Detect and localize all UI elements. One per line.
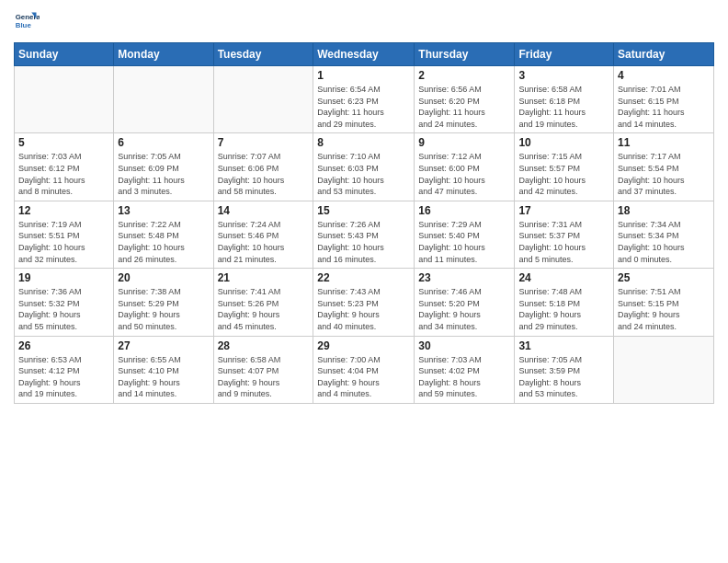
calendar-week-row: 26Sunrise: 6:53 AM Sunset: 4:12 PM Dayli…	[15, 336, 714, 403]
svg-text:Blue: Blue	[16, 21, 32, 29]
calendar-cell: 25Sunrise: 7:51 AM Sunset: 5:15 PM Dayli…	[614, 269, 714, 336]
calendar-week-row: 1Sunrise: 6:54 AM Sunset: 6:23 PM Daylig…	[15, 66, 714, 133]
calendar-cell: 27Sunrise: 6:55 AM Sunset: 4:10 PM Dayli…	[114, 336, 213, 403]
day-info: Sunrise: 7:15 AM Sunset: 5:57 PM Dayligh…	[518, 151, 609, 197]
calendar-cell: 13Sunrise: 7:22 AM Sunset: 5:48 PM Dayli…	[114, 201, 213, 268]
day-info: Sunrise: 7:51 AM Sunset: 5:15 PM Dayligh…	[618, 286, 710, 332]
day-number: 14	[218, 204, 310, 217]
day-info: Sunrise: 7:36 AM Sunset: 5:32 PM Dayligh…	[18, 286, 109, 332]
day-info: Sunrise: 7:46 AM Sunset: 5:20 PM Dayligh…	[418, 286, 510, 332]
weekday-header-tuesday: Tuesday	[213, 43, 313, 66]
day-number: 12	[18, 204, 109, 217]
day-info: Sunrise: 6:55 AM Sunset: 4:10 PM Dayligh…	[118, 354, 209, 400]
day-info: Sunrise: 6:54 AM Sunset: 6:23 PM Dayligh…	[317, 84, 410, 130]
day-number: 10	[518, 136, 609, 149]
day-number: 6	[118, 136, 209, 149]
day-number: 16	[418, 204, 510, 217]
calendar-cell: 1Sunrise: 6:54 AM Sunset: 6:23 PM Daylig…	[313, 66, 415, 133]
day-info: Sunrise: 6:56 AM Sunset: 6:20 PM Dayligh…	[418, 84, 510, 130]
day-number: 9	[418, 136, 510, 149]
calendar-cell: 30Sunrise: 7:03 AM Sunset: 4:02 PM Dayli…	[415, 336, 515, 403]
day-info: Sunrise: 7:38 AM Sunset: 5:29 PM Dayligh…	[118, 286, 209, 332]
day-number: 4	[618, 69, 710, 82]
day-info: Sunrise: 7:07 AM Sunset: 6:06 PM Dayligh…	[218, 151, 310, 197]
page: GeneralBlue SundayMondayTuesdayWednesday…	[0, 0, 728, 563]
calendar-cell: 5Sunrise: 7:03 AM Sunset: 6:12 PM Daylig…	[15, 133, 114, 201]
header: GeneralBlue	[14, 9, 714, 35]
day-info: Sunrise: 7:31 AM Sunset: 5:37 PM Dayligh…	[518, 219, 609, 265]
calendar-cell: 23Sunrise: 7:46 AM Sunset: 5:20 PM Dayli…	[415, 269, 515, 336]
day-info: Sunrise: 7:29 AM Sunset: 5:40 PM Dayligh…	[418, 219, 510, 265]
day-number: 1	[317, 69, 410, 82]
calendar-cell: 26Sunrise: 6:53 AM Sunset: 4:12 PM Dayli…	[15, 336, 114, 403]
calendar-cell: 2Sunrise: 6:56 AM Sunset: 6:20 PM Daylig…	[415, 66, 515, 133]
calendar-cell: 6Sunrise: 7:05 AM Sunset: 6:09 PM Daylig…	[114, 133, 213, 201]
calendar-cell: 29Sunrise: 7:00 AM Sunset: 4:04 PM Dayli…	[313, 336, 415, 403]
day-info: Sunrise: 7:05 AM Sunset: 3:59 PM Dayligh…	[518, 354, 609, 400]
calendar-cell: 12Sunrise: 7:19 AM Sunset: 5:51 PM Dayli…	[15, 201, 114, 268]
calendar-cell	[114, 66, 213, 133]
day-number: 20	[118, 271, 209, 284]
day-number: 18	[618, 204, 710, 217]
day-info: Sunrise: 7:12 AM Sunset: 6:00 PM Dayligh…	[418, 151, 510, 197]
calendar-cell: 4Sunrise: 7:01 AM Sunset: 6:15 PM Daylig…	[614, 66, 714, 133]
day-number: 7	[218, 136, 310, 149]
calendar-cell: 11Sunrise: 7:17 AM Sunset: 5:54 PM Dayli…	[614, 133, 714, 201]
day-info: Sunrise: 7:01 AM Sunset: 6:15 PM Dayligh…	[618, 84, 710, 130]
day-info: Sunrise: 7:03 AM Sunset: 4:02 PM Dayligh…	[418, 354, 510, 400]
calendar-cell: 7Sunrise: 7:07 AM Sunset: 6:06 PM Daylig…	[213, 133, 313, 201]
weekday-header-saturday: Saturday	[614, 43, 714, 66]
day-number: 8	[317, 136, 410, 149]
weekday-header-sunday: Sunday	[15, 43, 114, 66]
weekday-header-monday: Monday	[114, 43, 213, 66]
calendar-cell: 28Sunrise: 6:58 AM Sunset: 4:07 PM Dayli…	[213, 336, 313, 403]
calendar-cell: 9Sunrise: 7:12 AM Sunset: 6:00 PM Daylig…	[415, 133, 515, 201]
weekday-header-row: SundayMondayTuesdayWednesdayThursdayFrid…	[15, 43, 714, 66]
day-info: Sunrise: 7:19 AM Sunset: 5:51 PM Dayligh…	[18, 219, 109, 265]
calendar-cell: 8Sunrise: 7:10 AM Sunset: 6:03 PM Daylig…	[313, 133, 415, 201]
calendar-week-row: 5Sunrise: 7:03 AM Sunset: 6:12 PM Daylig…	[15, 133, 714, 201]
day-info: Sunrise: 7:03 AM Sunset: 6:12 PM Dayligh…	[18, 151, 109, 197]
calendar-cell: 19Sunrise: 7:36 AM Sunset: 5:32 PM Dayli…	[15, 269, 114, 336]
day-number: 19	[18, 271, 109, 284]
day-number: 27	[118, 339, 209, 352]
day-number: 17	[518, 204, 609, 217]
day-number: 28	[218, 339, 310, 352]
calendar-cell: 17Sunrise: 7:31 AM Sunset: 5:37 PM Dayli…	[515, 201, 614, 268]
day-number: 30	[418, 339, 510, 352]
calendar-cell: 21Sunrise: 7:41 AM Sunset: 5:26 PM Dayli…	[213, 269, 313, 336]
calendar-week-row: 19Sunrise: 7:36 AM Sunset: 5:32 PM Dayli…	[15, 269, 714, 336]
day-number: 15	[317, 204, 410, 217]
day-info: Sunrise: 7:00 AM Sunset: 4:04 PM Dayligh…	[317, 354, 410, 400]
day-number: 13	[118, 204, 209, 217]
day-info: Sunrise: 7:34 AM Sunset: 5:34 PM Dayligh…	[618, 219, 710, 265]
logo: GeneralBlue	[14, 9, 40, 35]
day-number: 24	[518, 271, 609, 284]
day-number: 21	[218, 271, 310, 284]
day-number: 11	[618, 136, 710, 149]
day-info: Sunrise: 7:48 AM Sunset: 5:18 PM Dayligh…	[518, 286, 609, 332]
calendar-cell: 10Sunrise: 7:15 AM Sunset: 5:57 PM Dayli…	[515, 133, 614, 201]
calendar-cell: 3Sunrise: 6:58 AM Sunset: 6:18 PM Daylig…	[515, 66, 614, 133]
calendar-cell	[614, 336, 714, 403]
weekday-header-thursday: Thursday	[415, 43, 515, 66]
logo-icon: GeneralBlue	[14, 9, 40, 35]
day-info: Sunrise: 6:53 AM Sunset: 4:12 PM Dayligh…	[18, 354, 109, 400]
day-number: 29	[317, 339, 410, 352]
day-number: 3	[518, 69, 609, 82]
calendar-cell: 15Sunrise: 7:26 AM Sunset: 5:43 PM Dayli…	[313, 201, 415, 268]
day-info: Sunrise: 7:24 AM Sunset: 5:46 PM Dayligh…	[218, 219, 310, 265]
calendar-cell: 18Sunrise: 7:34 AM Sunset: 5:34 PM Dayli…	[614, 201, 714, 268]
calendar-week-row: 12Sunrise: 7:19 AM Sunset: 5:51 PM Dayli…	[15, 201, 714, 268]
day-info: Sunrise: 7:26 AM Sunset: 5:43 PM Dayligh…	[317, 219, 410, 265]
day-info: Sunrise: 7:22 AM Sunset: 5:48 PM Dayligh…	[118, 219, 209, 265]
day-number: 26	[18, 339, 109, 352]
day-info: Sunrise: 7:43 AM Sunset: 5:23 PM Dayligh…	[317, 286, 410, 332]
day-info: Sunrise: 7:17 AM Sunset: 5:54 PM Dayligh…	[618, 151, 710, 197]
weekday-header-friday: Friday	[515, 43, 614, 66]
calendar-cell: 22Sunrise: 7:43 AM Sunset: 5:23 PM Dayli…	[313, 269, 415, 336]
day-number: 5	[18, 136, 109, 149]
day-number: 22	[317, 271, 410, 284]
day-info: Sunrise: 6:58 AM Sunset: 6:18 PM Dayligh…	[518, 84, 609, 130]
calendar-cell: 20Sunrise: 7:38 AM Sunset: 5:29 PM Dayli…	[114, 269, 213, 336]
